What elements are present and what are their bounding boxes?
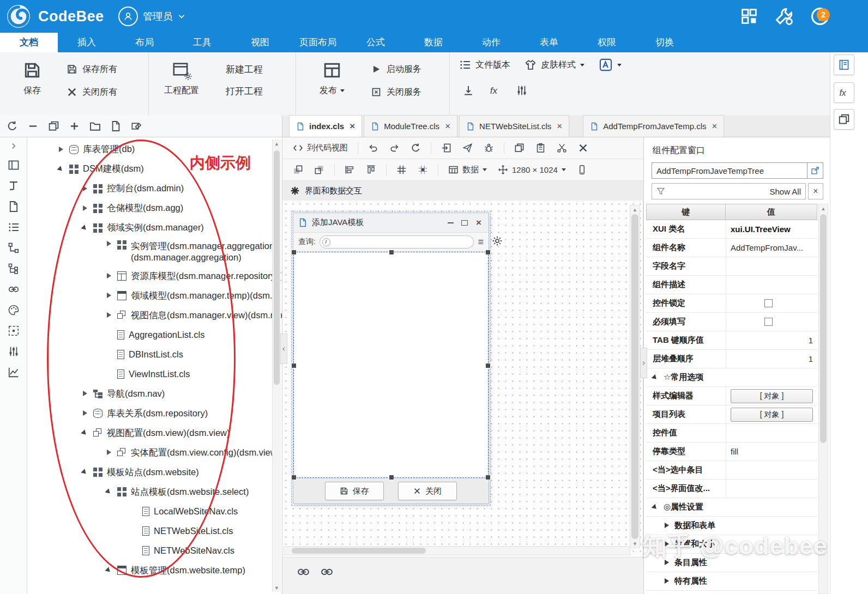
property-row[interactable]: 控件锁定 bbox=[646, 294, 817, 313]
canvas-vertical-scrollbar[interactable]: ▲ ▼ bbox=[630, 205, 640, 548]
property-row[interactable]: 停靠类型 fill fill bbox=[646, 443, 817, 461]
property-value-cell[interactable]: xui.UI.TreeView xui.UI.TreeView bbox=[726, 220, 817, 238]
deploy-icon[interactable] bbox=[462, 84, 474, 96]
menu-tab[interactable]: 动作 bbox=[462, 33, 520, 52]
undo-button[interactable] bbox=[364, 141, 382, 156]
property-row[interactable]: <当>界面值改... bbox=[646, 480, 817, 498]
design-canvas[interactable]: 添加JAVA模板 × 查询: ≡ bbox=[282, 201, 643, 594]
resize-handle[interactable] bbox=[389, 475, 394, 480]
property-filter-box[interactable]: Show All bbox=[652, 183, 806, 199]
file-version-button[interactable]: 文件版本 bbox=[459, 59, 510, 71]
tree-item[interactable]: 资源库模型(dsm.manager.repository)( bbox=[27, 266, 282, 286]
dialog-save-button[interactable]: 保存 bbox=[325, 482, 384, 500]
tree-item[interactable]: 控制台(dsm.admin) bbox=[27, 179, 282, 198]
property-row[interactable]: 数据和表单 bbox=[646, 517, 817, 535]
property-value-cell[interactable]: fill fill bbox=[726, 443, 817, 460]
dialog-close-btn[interactable]: 关闭 bbox=[398, 482, 457, 500]
tree-item[interactable]: DBInstList.cls bbox=[27, 345, 282, 365]
expand-arrow-icon[interactable] bbox=[82, 225, 89, 232]
user-name[interactable]: 管理员 bbox=[143, 10, 173, 23]
resize-handle[interactable] bbox=[485, 250, 491, 255]
property-value-cell[interactable]: 1 1 bbox=[726, 331, 817, 349]
menu-tab[interactable]: 页面布局 bbox=[289, 33, 347, 52]
import-button[interactable] bbox=[437, 141, 455, 156]
menu-tab[interactable]: 数据 bbox=[405, 33, 462, 52]
tree-item[interactable]: NETWebSiteList.cls bbox=[27, 522, 282, 541]
property-value-cell[interactable] bbox=[726, 480, 817, 498]
redo-button[interactable] bbox=[385, 141, 403, 156]
selection-target-icon[interactable] bbox=[8, 325, 20, 337]
rename-icon[interactable] bbox=[131, 120, 142, 132]
tree-item[interactable]: NETWebSiteNav.cls bbox=[27, 541, 282, 561]
scroll-down-icon[interactable]: ▼ bbox=[273, 584, 281, 592]
settings-tools-icon[interactable] bbox=[774, 7, 794, 26]
object-editor-button[interactable]: [ 对象 ] bbox=[731, 408, 813, 422]
query-menu-icon[interactable]: ≡ bbox=[478, 237, 484, 247]
sitemap-icon[interactable] bbox=[8, 263, 20, 275]
property-value-cell[interactable] bbox=[726, 313, 817, 331]
property-row[interactable]: TAB 键顺序值 1 1 bbox=[646, 331, 817, 350]
property-value-cell[interactable] bbox=[726, 461, 817, 479]
expand-arrow-icon[interactable] bbox=[106, 312, 113, 319]
checkbox[interactable] bbox=[764, 318, 773, 326]
tree-view-icon[interactable] bbox=[8, 242, 20, 254]
subsection-collapsed-icon[interactable] bbox=[665, 578, 669, 584]
expand-arrow-icon[interactable] bbox=[106, 449, 113, 456]
menu-tab[interactable]: 工具 bbox=[173, 33, 231, 52]
clear-filter-button[interactable]: × bbox=[808, 183, 823, 199]
menu-tab[interactable]: 视图 bbox=[231, 33, 289, 52]
selected-content-area[interactable] bbox=[293, 252, 489, 478]
dialog-title-bar[interactable]: 添加JAVA模板 × bbox=[293, 213, 489, 233]
debug-button[interactable] bbox=[480, 141, 498, 156]
menu-tab[interactable]: 切换 bbox=[636, 33, 694, 52]
property-row[interactable]: XUI 类名 xui.UI.TreeView xui.UI.TreeView bbox=[646, 220, 817, 239]
expand-arrow-icon[interactable] bbox=[58, 166, 65, 173]
tab-close-icon[interactable]: × bbox=[712, 121, 718, 132]
property-value-cell[interactable]: [ 对象 ] [ 对象 ] bbox=[726, 405, 817, 423]
editor-tab[interactable]: ModuleTree.cls × bbox=[364, 115, 457, 137]
maximize-button[interactable] bbox=[460, 218, 469, 228]
sliders-icon[interactable] bbox=[8, 346, 20, 357]
tree-item[interactable]: 模板管理(dsm.website.temp) bbox=[27, 561, 282, 580]
expand-strip-icon[interactable] bbox=[9, 142, 18, 150]
query-input[interactable] bbox=[320, 235, 474, 248]
to-code-view-button[interactable]: 到代码视图 bbox=[289, 141, 352, 156]
resolution-button[interactable]: 1280 × 1024 bbox=[494, 162, 570, 178]
dialog-component[interactable]: 添加JAVA模板 × 查询: ≡ bbox=[293, 213, 489, 504]
resize-handle[interactable] bbox=[389, 250, 394, 255]
refresh-view-button[interactable] bbox=[407, 141, 425, 156]
subsection-collapsed-icon[interactable] bbox=[665, 523, 669, 528]
scroll-up-icon[interactable]: ▲ bbox=[630, 205, 640, 214]
menu-tab[interactable]: 插入 bbox=[58, 33, 116, 52]
tree-item[interactable]: 站点模板(dsm.website.select) bbox=[27, 482, 282, 502]
component-name-input[interactable] bbox=[652, 162, 807, 179]
property-row[interactable]: 项目列表 [ 对象 ] [ 对象 ] bbox=[646, 405, 817, 424]
property-row[interactable]: 条目属性 bbox=[646, 554, 817, 572]
expand-arrow-icon[interactable] bbox=[82, 429, 89, 437]
scrollbar-thumb[interactable] bbox=[274, 150, 280, 385]
copy-button[interactable] bbox=[510, 141, 528, 156]
editor-tab[interactable]: index.cls × bbox=[289, 115, 362, 137]
text-tool-icon[interactable] bbox=[8, 180, 20, 192]
tree-item[interactable]: 实体配置(dsm.view.config)(dsm.view. bbox=[27, 443, 282, 463]
menu-tab[interactable]: 布局 bbox=[116, 33, 173, 52]
collapse-right-panel-handle[interactable] bbox=[640, 348, 647, 378]
resize-handle[interactable] bbox=[485, 363, 491, 368]
dialog-close-button[interactable]: × bbox=[474, 218, 484, 228]
checkbox[interactable] bbox=[764, 299, 773, 307]
bring-front-button[interactable] bbox=[289, 162, 307, 178]
new-folder-icon[interactable] bbox=[89, 120, 101, 132]
tree-item[interactable]: 模板站点(dsm.website) bbox=[27, 463, 282, 482]
tree-item[interactable]: 仓储模型(dsm.agg) bbox=[27, 198, 282, 218]
data-menu-button[interactable]: 数据 bbox=[444, 162, 491, 178]
project-config-button[interactable]: 工程配置 bbox=[160, 57, 203, 96]
property-row[interactable]: 组件描述 bbox=[646, 276, 817, 294]
tree-item[interactable]: 领域实例(dsm.manager) bbox=[27, 218, 282, 238]
editor-tab[interactable]: AddTempFromJaveTemp.cls × bbox=[583, 115, 724, 137]
new-project-button[interactable]: 新建工程 bbox=[226, 59, 263, 81]
tree-item[interactable]: LocalWebSiteNav.cls bbox=[27, 502, 282, 522]
tab-close-icon[interactable]: × bbox=[445, 121, 450, 132]
copy-node-icon[interactable] bbox=[48, 120, 59, 132]
link-icon[interactable] bbox=[297, 565, 310, 579]
interaction-bar[interactable]: 界面和数据交互 bbox=[282, 181, 643, 201]
